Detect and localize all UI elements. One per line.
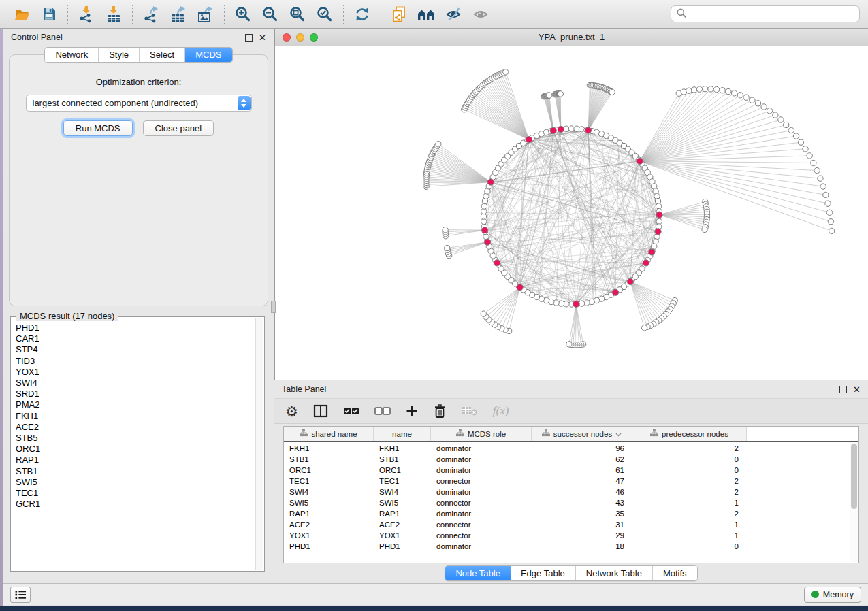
mcds-result-item[interactable]: PMA2 [16,399,256,410]
table-row[interactable]: YOX1YOX1connector291 [284,530,858,541]
run-mcds-button[interactable]: Run MCDS [63,120,133,136]
mcds-result-item[interactable]: GCR1 [16,499,256,510]
attribute-icon [300,429,308,438]
mcds-result-item[interactable]: TID3 [16,356,256,367]
task-history-button[interactable] [10,587,31,603]
table-cell: 1 [632,531,747,540]
column-layout-icon[interactable] [313,402,328,420]
search-input[interactable] [690,8,854,20]
first-neighbors-icon[interactable] [417,5,437,24]
mcds-result-item[interactable]: ORC1 [16,444,256,455]
column-label: successor nodes [553,430,612,438]
toolbar-separator [343,5,344,24]
network-canvas[interactable] [275,46,868,380]
tab-select[interactable]: Select [140,48,185,62]
delete-column-icon[interactable] [433,402,447,420]
node-table-body: FKH1FKH1dominator962STB1STB1dominator620… [284,442,858,563]
table-row[interactable]: FKH1FKH1dominator962 [284,443,858,454]
tab-motifs[interactable]: Motifs [653,566,697,580]
tab-node-table[interactable]: Node Table [445,566,511,580]
table-row[interactable]: ACE2ACE2connector311 [284,519,858,530]
splitter-grip[interactable] [271,301,276,313]
export-table-icon[interactable] [168,5,189,24]
column-header-predecessor-nodes[interactable]: predecessor nodes [632,427,747,441]
show-all-icon[interactable] [471,5,492,24]
mcds-result-item[interactable]: FKH1 [16,411,256,422]
export-network-icon[interactable] [141,5,161,24]
table-panel: Table Panel ✕ ⚙ f(x) [274,380,868,583]
import-network-icon[interactable] [76,5,97,24]
deselect-all-icon[interactable] [374,402,391,420]
mcds-result-item[interactable]: SWI4 [16,378,256,389]
mcds-result-item[interactable]: SRD1 [16,389,256,399]
column-header-filler [747,427,858,441]
control-panel-tabs: NetworkStyleSelectMCDS [44,47,232,63]
table-row[interactable]: SWI4SWI4dominator462 [284,486,858,497]
column-header-name[interactable]: name [374,427,431,441]
float-panel-icon[interactable] [839,386,847,393]
network-window-titlebar[interactable]: YPA_prune.txt_1 [275,29,868,46]
table-cell: 43 [532,499,632,507]
export-image-icon[interactable] [195,5,216,24]
table-row[interactable]: STB1STB1dominator620 [284,454,858,465]
tab-mcds[interactable]: MCDS [185,48,231,62]
search-field[interactable] [671,5,860,22]
column-header-shared-name[interactable]: shared name [284,427,374,441]
column-header-successor-nodes[interactable]: successor nodes [532,427,632,441]
window-close-icon[interactable] [283,33,291,42]
mcds-list-scrollbar[interactable] [255,318,263,570]
table-cell: SWI5 [284,499,374,507]
close-panel-icon[interactable]: ✕ [259,33,266,42]
mcds-result-item[interactable]: CAR1 [16,333,256,344]
table-scrollbar[interactable] [850,442,858,562]
float-panel-icon[interactable] [245,34,253,42]
mcds-result-item[interactable]: PHD1 [16,323,256,333]
mcds-result-item[interactable]: RAP1 [16,455,256,465]
table-row[interactable]: ORC1ORC1dominator610 [284,465,858,476]
close-panel-button[interactable]: Close panel [143,120,214,136]
column-header-mcds-role[interactable]: MCDS role [431,427,532,441]
window-minimize-icon[interactable] [296,33,304,42]
main-toolbar [0,0,868,29]
refresh-view-icon[interactable] [352,5,372,24]
table-row[interactable]: RAP1RAP1dominator352 [284,508,858,519]
mcds-result-item[interactable]: YOX1 [16,367,256,378]
table-scrollbar-thumb[interactable] [851,444,857,509]
mcds-result-item[interactable]: STB5 [16,433,256,444]
save-session-icon[interactable] [39,5,59,24]
mcds-result-item[interactable]: SWI5 [16,477,256,488]
table-cell: YOX1 [284,531,374,540]
table-row[interactable]: TEC1TEC1connector472 [284,476,858,486]
close-panel-icon[interactable]: ✕ [853,385,861,394]
optimization-criterion-select[interactable]: largest connected component (undirected) [26,95,252,112]
desktop-wallpaper-strip [0,29,3,606]
mcds-result-list[interactable]: PHD1CAR1STP4TID3YOX1SWI4SRD1PMA2FKH1ACE2… [11,318,256,571]
tab-network-table[interactable]: Network Table [576,566,653,580]
tab-edge-table[interactable]: Edge Table [511,566,576,580]
table-row[interactable]: PHD1PHD1dominator180 [284,541,858,552]
select-all-icon[interactable] [343,402,359,420]
zoom-out-icon[interactable] [260,5,280,24]
clone-network-icon[interactable] [389,5,410,24]
table-cell: dominator [431,466,532,474]
mcds-result-item[interactable]: TEC1 [16,488,256,499]
add-column-icon[interactable] [406,402,418,420]
table-tabs: Node TableEdge TableNetwork TableMotifs [445,565,697,581]
settings-icon[interactable]: ⚙ [285,402,298,420]
open-file-icon[interactable] [12,5,32,24]
import-table-icon[interactable] [103,5,124,24]
mcds-result-item[interactable]: ACE2 [16,422,256,433]
window-maximize-icon[interactable] [310,33,318,42]
zoom-fit-icon[interactable] [287,5,308,24]
memory-button[interactable]: Memory [804,587,861,603]
table-row[interactable]: SWI5SWI5connector431 [284,497,858,508]
mcds-result-item[interactable]: STP4 [16,344,256,355]
zoom-selected-icon[interactable] [315,5,335,24]
tab-style[interactable]: Style [99,48,140,62]
tab-network[interactable]: Network [45,48,99,62]
zoom-in-icon[interactable] [233,5,253,24]
mcds-result-item[interactable]: STB1 [16,466,256,477]
table-cell: dominator [431,455,532,463]
table-cell: ACE2 [284,521,374,529]
hide-selected-icon[interactable] [444,5,464,24]
